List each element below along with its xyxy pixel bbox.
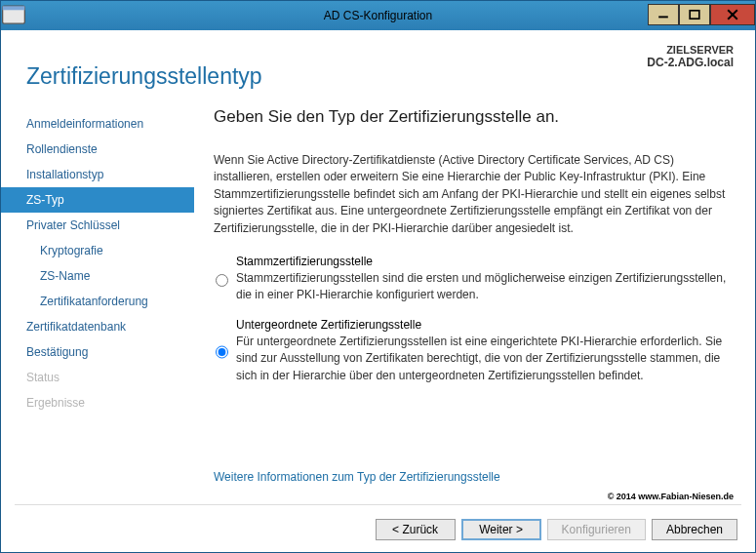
svg-rect-1 [3,6,25,10]
nav-setup-type[interactable]: Installationstyp [1,162,194,187]
wizard-nav: Anmeldeinformationen Rollendienste Insta… [1,107,194,431]
nav-credentials[interactable]: Anmeldeinformationen [1,111,194,137]
nav-results: Ergebnisse [1,390,194,415]
configure-button: Konfigurieren [547,519,646,540]
radio-root-ca[interactable] [216,257,228,304]
target-server-name: DC-2.ADG.local [647,56,734,69]
back-button[interactable]: < Zurück [376,519,456,540]
app-icon [1,1,26,30]
minimize-button[interactable] [648,4,679,25]
window-title: AD CS-Konfiguration [1,9,755,22]
option-subordinate-ca-label: Untergeordnete Zertifizierungsstelle [236,318,734,332]
nav-role-services[interactable]: Rollendienste [1,137,194,162]
cancel-button[interactable]: Abbrechen [652,519,737,540]
svg-rect-3 [690,11,699,19]
content-heading: Geben Sie den Typ der Zertifizierungsste… [214,107,734,127]
page-title: Zertifizierungsstellentyp [26,63,262,90]
nav-ca-type[interactable]: ZS-Typ [1,187,194,213]
option-root-ca-desc: Stammzertifizierungsstellen sind die ers… [236,270,734,304]
option-root-ca[interactable]: Stammzertifizierungsstelle Stammzertifiz… [214,255,734,304]
content-pane: Geben Sie den Typ der Zertifizierungsste… [194,107,734,431]
wizard-icon [1,3,26,28]
next-button[interactable]: Weiter > [461,519,541,540]
button-bar: < Zurück Weiter > Konfigurieren Abbreche… [376,519,737,540]
option-subordinate-ca-desc: Für untergeordnete Zertifizierungsstelle… [236,334,734,384]
target-server-box: ZIELSERVER DC-2.ADG.local [647,44,734,90]
radio-subordinate-ca[interactable] [216,320,228,384]
nav-cert-request[interactable]: Zertifikatanforderung [1,289,194,314]
title-bar: AD CS-Konfiguration [1,1,755,30]
nav-cert-database[interactable]: Zertifikatdatenbank [1,314,194,339]
more-info-link[interactable]: Weitere Informationen zum Typ der Zertif… [214,470,500,484]
option-subordinate-ca[interactable]: Untergeordnete Zertifizierungsstelle Für… [214,318,734,384]
maximize-button[interactable] [679,4,710,25]
option-root-ca-label: Stammzertifizierungsstelle [236,255,734,268]
nav-progress: Status [1,365,194,390]
nav-confirmation[interactable]: Bestätigung [1,339,194,365]
target-server-label: ZIELSERVER [647,44,734,56]
divider [15,504,741,505]
nav-ca-name[interactable]: ZS-Name [1,263,194,289]
copyright-text: © 2014 www.Fabian-Niesen.de [608,492,734,501]
content-intro: Wenn Sie Active Directory-Zertifikatdien… [214,152,734,237]
close-button[interactable] [710,4,755,25]
nav-private-key[interactable]: Privater Schlüssel [1,213,194,238]
nav-cryptography[interactable]: Kryptografie [1,238,194,263]
